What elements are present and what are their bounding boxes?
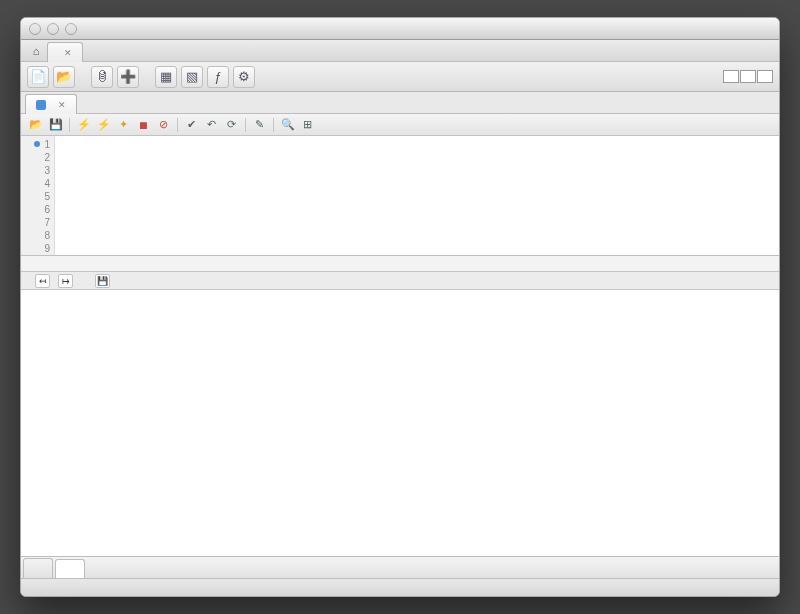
home-icon[interactable]: ⌂ [25,41,47,61]
main-toolbar: 📄 📂 🛢 ➕ ▦ ▧ ƒ ⚙ [21,62,779,92]
open-sql-button[interactable]: 📂 [53,66,75,88]
stop-all-icon[interactable]: ⊘ [155,116,172,133]
execute-icon[interactable]: ⚡ [75,116,92,133]
query-tab[interactable]: ✕ [25,94,77,114]
commit-icon[interactable]: ✔ [183,116,200,133]
result-tabs [21,556,779,578]
result-tab[interactable] [23,558,53,578]
diagram-edges [21,290,321,440]
sql-editor[interactable]: 123456789 [21,136,779,256]
toggle-bottom-panel[interactable] [740,70,756,83]
traffic-lights [21,23,77,35]
explain-icon[interactable]: ✦ [115,116,132,133]
close-tab-icon[interactable]: ✕ [64,48,72,58]
sql-icon [36,100,46,110]
close-query-icon[interactable]: ✕ [58,100,66,110]
gutter: 123456789 [21,136,55,255]
find-icon[interactable]: 🔍 [279,116,296,133]
open-file-icon[interactable]: 📂 [27,116,44,133]
spacing-decrease-icon[interactable]: ↤ [35,274,50,288]
new-view-button[interactable]: ▧ [181,66,203,88]
close-icon[interactable] [29,23,41,35]
new-table-button[interactable]: ▦ [155,66,177,88]
beautify-icon[interactable]: ⊞ [299,116,316,133]
panel-toggles [723,70,773,83]
execute-current-icon[interactable]: ⚡ [95,116,112,133]
new-function-button[interactable]: ⚙ [233,66,255,88]
app-window: ⌂ ✕ 📄 📂 🛢 ➕ ▦ ▧ ƒ ⚙ ✕ 📂 💾 ⚡ [20,17,780,597]
spacing-increase-icon[interactable]: ↦ [58,274,73,288]
rollback-icon[interactable]: ↶ [203,116,220,133]
editor-status [21,256,779,272]
editor-toolbar: 📂 💾 ⚡ ⚡ ✦ ⏹ ⊘ ✔ ↶ ⟳ ✎ 🔍 ⊞ [21,114,779,136]
explain-diagram[interactable] [21,290,779,556]
stop-icon[interactable]: ⏹ [135,116,152,133]
connection-tabs: ⌂ ✕ [21,40,779,62]
toggle-left-panel[interactable] [723,70,739,83]
limit-icon[interactable]: ✎ [251,116,268,133]
status-bar [21,578,779,596]
spacing-bar: ↤ ↦ 💾 [21,272,779,290]
connection-tab[interactable]: ✕ [47,42,83,62]
title-bar [21,18,779,40]
new-sql-tab-button[interactable]: 📄 [27,66,49,88]
autocommit-icon[interactable]: ⟳ [223,116,240,133]
inspector-button[interactable]: 🛢 [91,66,113,88]
new-routine-button[interactable]: ƒ [207,66,229,88]
explain-tab[interactable] [55,559,85,579]
zoom-icon[interactable] [65,23,77,35]
save-image-icon[interactable]: 💾 [95,274,110,288]
query-tabs: ✕ [21,92,779,114]
code-content[interactable] [55,136,779,255]
new-schema-button[interactable]: ➕ [117,66,139,88]
minimize-icon[interactable] [47,23,59,35]
toggle-right-panel[interactable] [757,70,773,83]
save-icon[interactable]: 💾 [47,116,64,133]
